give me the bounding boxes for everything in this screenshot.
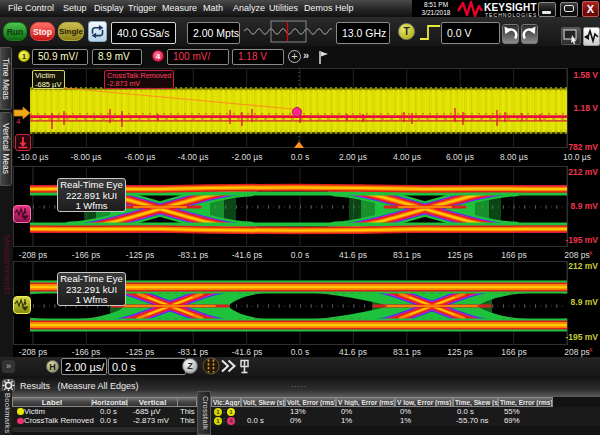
svg-text:4: 4 <box>16 117 21 125</box>
